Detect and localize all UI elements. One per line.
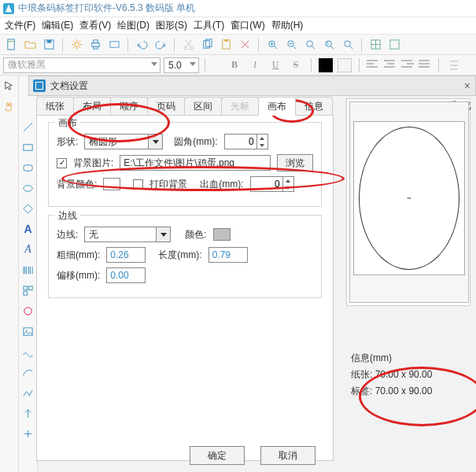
italic-button[interactable]: I [247, 57, 263, 73]
corner-value[interactable] [225, 135, 256, 148]
align-center-icon[interactable] [384, 60, 397, 71]
fill-color-swatch[interactable] [338, 58, 352, 72]
thick-label: 粗细(mm): [57, 249, 100, 262]
info-tag-value: 70.00 x 90.00 [375, 385, 433, 396]
zoom-in-icon[interactable] [264, 37, 280, 53]
thick-value: 0.26 [110, 249, 128, 260]
browse-button[interactable]: 浏览 [277, 154, 313, 171]
menu-file[interactable]: 文件(F) [5, 19, 35, 32]
info-paper-label: 纸张: [351, 369, 372, 380]
off-input[interactable]: 0.00 [106, 267, 146, 283]
menu-help[interactable]: 帮助(H) [271, 19, 304, 32]
line-spacing-icon[interactable] [446, 57, 462, 73]
tab-info[interactable]: 信息 [295, 97, 333, 116]
spin-up-icon[interactable] [283, 177, 293, 184]
tab-order[interactable]: 顺序 [110, 97, 148, 116]
corner-label: 圆角(mm): [174, 135, 217, 149]
bgcolor-swatch[interactable] [103, 178, 120, 190]
snap-icon[interactable] [386, 37, 402, 53]
border-color-swatch[interactable] [213, 228, 231, 241]
menu-draw[interactable]: 绘图(D) [117, 19, 149, 32]
spin-up-icon[interactable] [257, 135, 268, 142]
bleed-value[interactable] [251, 178, 282, 190]
separator [174, 38, 175, 52]
zoom-actual-icon[interactable]: 1 [321, 37, 337, 53]
zoom-page-icon[interactable] [340, 37, 356, 53]
pointer-icon[interactable] [2, 77, 17, 94]
thick-input[interactable]: 0.26 [106, 247, 146, 263]
underline-button[interactable]: U [268, 57, 283, 73]
canvas-group: 画布 形状: 椭圆形 圆角(mm): [48, 122, 322, 207]
print-preview-icon[interactable] [106, 37, 122, 53]
menu-window[interactable]: 窗口(W) [231, 19, 264, 32]
strike-button[interactable]: S [288, 57, 304, 73]
preview-area [346, 98, 470, 306]
zoom-out-icon[interactable] [283, 37, 299, 53]
corner-spinner[interactable] [224, 134, 268, 149]
font-name-combo[interactable]: 微软雅黑 [3, 57, 161, 73]
align-left-icon[interactable] [367, 60, 379, 71]
menu-view[interactable]: 查看(V) [79, 19, 111, 32]
cancel-button[interactable]: 取消 [260, 446, 315, 465]
grid-icon[interactable] [367, 37, 383, 53]
text-color-swatch[interactable] [319, 58, 333, 72]
spin-down-icon[interactable] [257, 142, 268, 149]
paste-icon[interactable] [218, 37, 234, 53]
menu-shape[interactable]: 图形(S) [156, 19, 187, 32]
info-box: 信息(mm) 纸张: 70.00 x 90.00 标签: 70.00 x 90.… [346, 352, 472, 398]
svg-rect-0 [7, 39, 13, 50]
chevron-down-icon[interactable] [148, 135, 162, 149]
svg-text:1: 1 [326, 41, 328, 46]
copy-icon[interactable] [199, 37, 215, 53]
spin-down-icon[interactable] [283, 184, 293, 191]
chevron-down-icon[interactable] [156, 227, 170, 242]
info-title: 信息(mm) [351, 352, 472, 365]
redo-icon[interactable] [153, 37, 168, 53]
svg-rect-6 [93, 46, 98, 49]
bold-button[interactable]: B [227, 57, 242, 73]
align-justify-icon[interactable] [419, 60, 431, 71]
delete-icon[interactable] [237, 37, 253, 53]
save-icon[interactable] [41, 37, 57, 53]
new-file-icon[interactable] [3, 37, 19, 53]
hand-icon[interactable] [2, 98, 17, 115]
undo-icon[interactable] [134, 37, 149, 53]
bgimg-checkbox[interactable] [57, 158, 67, 168]
separator [359, 58, 360, 72]
dialog-close-button[interactable]: × [464, 79, 470, 92]
toolbar-main: 1 [0, 35, 476, 55]
zoom-fit-icon[interactable] [302, 37, 318, 53]
len-label: 长度(mm): [158, 249, 201, 262]
print-icon[interactable] [87, 37, 103, 53]
svg-rect-4 [91, 43, 98, 47]
border-group: 边线 边线: 无 颜色: 粗细(mm): 0.26 长度(mm): [48, 215, 322, 298]
preview-center-mark [408, 198, 411, 199]
tab-canvas[interactable]: 画布 [258, 97, 296, 116]
len-input[interactable]: 0.79 [208, 247, 248, 263]
tab-section[interactable]: 区间 [184, 97, 222, 116]
open-file-icon[interactable] [22, 37, 38, 53]
bgimg-path-input[interactable]: E:\工作文件\图片\鸡蛋.png [120, 155, 271, 171]
font-size-combo[interactable]: 5.0 [164, 57, 199, 73]
printbg-checkbox[interactable] [133, 179, 143, 190]
border-combo[interactable]: 无 [84, 227, 171, 242]
ok-button[interactable]: 确定 [190, 446, 245, 465]
bleed-spinner[interactable] [250, 176, 294, 192]
canvas-settings-panel: 画布 形状: 椭圆形 圆角(mm): [36, 115, 334, 461]
settings-gear-icon[interactable] [68, 37, 84, 53]
tab-layout[interactable]: 布局 [73, 97, 111, 116]
tab-page[interactable]: 页码 [147, 97, 185, 116]
cut-icon[interactable] [180, 37, 196, 53]
separator [258, 38, 259, 52]
menu-tool[interactable]: 工具(T) [194, 19, 224, 32]
menu-edit[interactable]: 编辑(E) [42, 19, 73, 32]
separator [62, 38, 63, 52]
tab-cursor[interactable]: 光标 [221, 97, 259, 116]
shape-combo[interactable]: 椭圆形 [84, 134, 163, 149]
font-size-value: 5.0 [168, 60, 182, 71]
bleed-label: 出血(mm): [200, 178, 243, 191]
bgimg-label: 背景图片: [73, 157, 113, 170]
tab-paper[interactable]: 纸张 [36, 97, 74, 116]
align-right-icon[interactable] [401, 60, 414, 71]
info-paper-row: 纸张: 70.00 x 90.00 [351, 368, 472, 382]
